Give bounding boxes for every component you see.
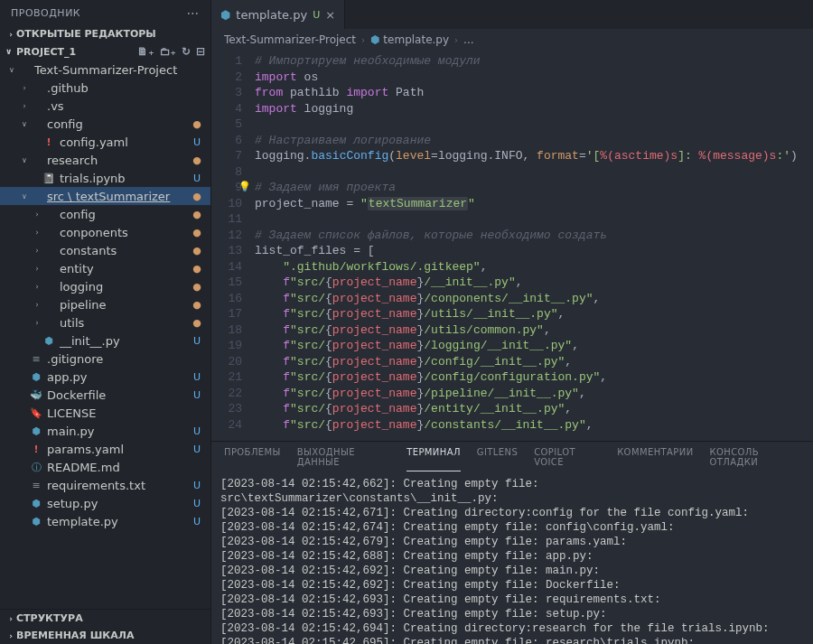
- tree-item[interactable]: ≡.gitignore: [0, 350, 210, 368]
- panel-tab[interactable]: ВЫХОДНЫЕ ДАННЫЕ: [297, 447, 390, 471]
- tree-item[interactable]: ›.github: [0, 79, 210, 97]
- explorer-title: ПРОВОДНИК: [11, 7, 80, 19]
- timeline-section[interactable]: › ВРЕМЕННАЯ ШКАЛА: [0, 627, 210, 644]
- tab-template-py[interactable]: ⬢ template.py U ×: [211, 0, 345, 29]
- code-line[interactable]: 💡# Задаем имя проекта: [255, 180, 813, 196]
- panel-tab[interactable]: ТЕРМИНАЛ: [406, 447, 461, 471]
- tree-item[interactable]: ≡requirements.txtU: [0, 476, 210, 494]
- git-status: U: [191, 389, 203, 401]
- tree-item[interactable]: ∨Text-Summarizer-Project: [0, 61, 210, 79]
- code-line[interactable]: f"src/{project_name}/config/configuratio…: [255, 369, 813, 386]
- breadcrumb-item[interactable]: Text-Summarizer-Project: [224, 33, 356, 46]
- code-line[interactable]: ".github/workflows/.gitkeep",: [255, 259, 813, 275]
- code-line[interactable]: f"src/{project_name}/conponents/__init__…: [255, 291, 813, 307]
- tree-item[interactable]: ⓘREADME.md: [0, 458, 210, 476]
- code-line[interactable]: f"src/{project_name}/config/__init__.py"…: [255, 354, 813, 370]
- tree-item-label: config: [47, 117, 191, 131]
- code-line[interactable]: # Задаем список файлов, которые необходи…: [255, 228, 813, 244]
- code-line[interactable]: import os: [255, 70, 813, 86]
- code-line[interactable]: f"src/{project_name}/pipeline/__init__.p…: [255, 386, 813, 402]
- chevron-icon: ›: [33, 247, 42, 255]
- code-line[interactable]: f"src/{project_name}/utils/__init__.py",: [255, 306, 813, 322]
- code-line[interactable]: f"src/{project_name}/__init__.py",: [255, 275, 813, 291]
- chevron-down-icon: ∨: [5, 47, 16, 56]
- code-line[interactable]: logging.basicConfig(level=logging.INFO, …: [255, 148, 813, 164]
- git-status: ●: [191, 154, 203, 166]
- panel-tab[interactable]: КОНСОЛЬ ОТЛАДКИ: [710, 447, 800, 471]
- code-line[interactable]: f"src/{project_name}/constants/__init__.…: [255, 417, 813, 434]
- tree-item[interactable]: ⬢setup.pyU: [0, 494, 210, 512]
- code-content[interactable]: # Импортируем необходимые модулиimport o…: [255, 51, 813, 441]
- py-icon: ⬢: [29, 498, 43, 509]
- code-line[interactable]: f"src/{project_name}/entity/__init__.py"…: [255, 401, 813, 417]
- git-status: U: [191, 480, 203, 491]
- refresh-icon[interactable]: ↻: [182, 45, 191, 58]
- breadcrumb-item[interactable]: ⬢ template.py: [370, 33, 449, 46]
- code-line[interactable]: f"src/{project_name}/logging/__init__.py…: [255, 338, 813, 354]
- more-icon[interactable]: ⋯: [187, 5, 201, 20]
- tree-item[interactable]: !params.yamlU: [0, 440, 210, 458]
- project-header[interactable]: ∨ PROJECT_1 🗎₊ 🗀₊ ↻ ⊟: [0, 42, 210, 61]
- panel-tab[interactable]: COPILOT VOICE: [534, 447, 601, 471]
- code-line[interactable]: # Импортируем необходимые модули: [255, 53, 813, 70]
- tree-item[interactable]: 🔖LICENSE: [0, 404, 210, 422]
- git-status: ●: [191, 209, 203, 220]
- tree-item[interactable]: ›entity●: [0, 259, 210, 277]
- code-line[interactable]: list_of_files = [: [255, 243, 813, 259]
- tree-item[interactable]: ⬢app.pyU: [0, 368, 210, 386]
- tree-item-label: Dockerfile: [47, 388, 191, 402]
- code-line[interactable]: [255, 164, 813, 181]
- panel-tab[interactable]: КОММЕНТАРИИ: [617, 447, 693, 471]
- tree-item[interactable]: ›pipeline●: [0, 295, 210, 313]
- tree-item-label: main.py: [47, 425, 191, 438]
- git-status: U: [191, 136, 203, 148]
- terminal-output[interactable]: [2023-08-14 02:15:42,662]: Creating empt…: [211, 471, 813, 644]
- code-line[interactable]: [255, 211, 813, 228]
- tree-item[interactable]: ›.vs: [0, 97, 210, 115]
- tree-item[interactable]: ∨config●: [0, 115, 210, 133]
- structure-section[interactable]: › СТРУКТУРА: [0, 610, 210, 627]
- new-file-icon[interactable]: 🗎₊: [137, 45, 154, 58]
- py-icon: ⬢: [29, 516, 43, 527]
- file-icon: ≡: [29, 353, 43, 365]
- tree-item-label: app.py: [47, 370, 191, 384]
- chevron-icon: ›: [20, 102, 29, 110]
- code-editor[interactable]: 123456789101112131415161718192021222324 …: [211, 51, 813, 441]
- tree-item[interactable]: ⬢template.pyU: [0, 512, 210, 530]
- code-line[interactable]: from pathlib import Path: [255, 85, 813, 101]
- tree-item[interactable]: ∨src \ textSummarizer●: [0, 187, 210, 205]
- code-line[interactable]: import logging: [255, 101, 813, 117]
- line-number: 5: [211, 117, 242, 133]
- close-icon[interactable]: ×: [325, 8, 335, 22]
- code-line[interactable]: [255, 117, 813, 133]
- open-editors-section[interactable]: › ОТКРЫТЫЕ РЕДАКТОРЫ: [0, 25, 210, 42]
- panel-tab[interactable]: ПРОБЛЕМЫ: [224, 447, 281, 471]
- git-status: ●: [191, 281, 203, 293]
- terminal-line: [2023-08-14 02:15:42,692]: Creating empt…: [220, 578, 804, 593]
- tree-item[interactable]: ›conponents●: [0, 223, 210, 241]
- tree-item[interactable]: 📓trials.ipynbU: [0, 169, 210, 187]
- code-line[interactable]: f"src/{project_name}/utils/common.py",: [255, 322, 813, 339]
- panel-tab[interactable]: GITLENS: [477, 447, 518, 471]
- breadcrumb-item[interactable]: ...: [463, 33, 473, 46]
- line-number: 17: [211, 306, 242, 322]
- tree-item[interactable]: ›utils●: [0, 313, 210, 331]
- tree-item-label: params.yaml: [47, 443, 191, 456]
- tree-item[interactable]: ⬢main.pyU: [0, 422, 210, 440]
- tree-item[interactable]: ›constants●: [0, 241, 210, 259]
- git-status: U: [191, 443, 203, 455]
- line-number: 4: [211, 101, 242, 117]
- code-line[interactable]: project_name = "textSummarizer": [255, 196, 813, 212]
- tree-item[interactable]: 🐳DockerfileU: [0, 386, 210, 404]
- collapse-icon[interactable]: ⊟: [196, 45, 205, 58]
- py-icon: ⬢: [42, 335, 56, 347]
- breadcrumb[interactable]: Text-Summarizer-Project›⬢ template.py›..…: [211, 29, 813, 51]
- new-folder-icon[interactable]: 🗀₊: [160, 45, 176, 58]
- code-line[interactable]: # Настраиваем логирование: [255, 133, 813, 149]
- tree-item[interactable]: ⬢__init__.pyU: [0, 331, 210, 350]
- tree-item[interactable]: ›config●: [0, 205, 210, 223]
- tree-item[interactable]: !config.yamlU: [0, 133, 210, 151]
- file-tree[interactable]: ∨Text-Summarizer-Project›.github›.vs∨con…: [0, 61, 210, 609]
- tree-item[interactable]: ∨research●: [0, 151, 210, 169]
- tree-item[interactable]: ›logging●: [0, 277, 210, 295]
